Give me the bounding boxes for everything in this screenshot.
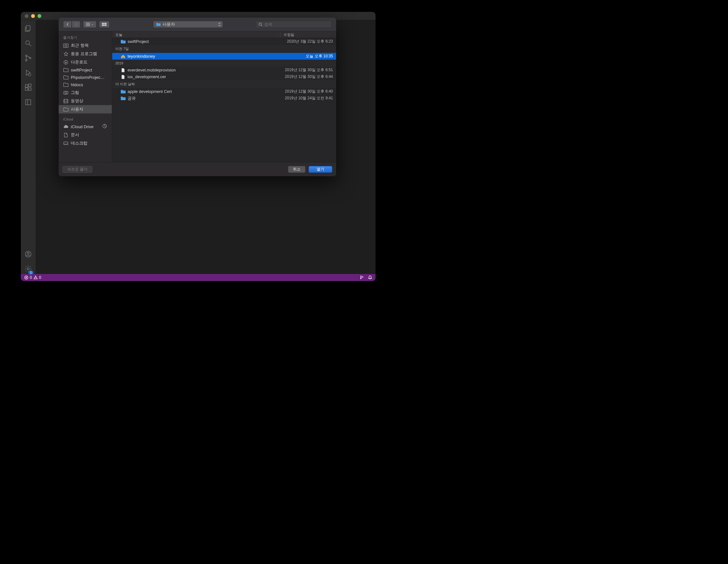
svg-point-19 xyxy=(259,23,261,25)
svg-rect-6 xyxy=(25,85,28,87)
sidebar-item-phpstormprojec-[interactable]: PhpstormProjec… xyxy=(59,74,112,81)
svg-rect-17 xyxy=(102,25,104,26)
file-row[interactable]: apple development Cert2019년 12월 30일 오후 6… xyxy=(112,88,336,95)
list-header: 오늘 수정일 xyxy=(112,31,336,38)
grid-icon xyxy=(102,23,107,26)
sidebar-item--[interactable]: 그림 xyxy=(59,88,112,97)
sidebar-item--[interactable]: 사용자 xyxy=(59,105,112,113)
svg-point-4 xyxy=(29,57,31,59)
svg-point-1 xyxy=(26,41,29,45)
updown-icon xyxy=(218,22,221,26)
file-row[interactable]: ios_development.cer2019년 12월 30일 오후 6:44 xyxy=(112,73,336,80)
new-folder-button[interactable]: 새로운 폴더 xyxy=(62,166,92,173)
file-list: 오늘 수정일 swiftProject2020년 3월 22일 오후 6:23이… xyxy=(112,31,336,162)
svg-point-24 xyxy=(65,92,67,94)
error-icon xyxy=(24,275,29,280)
open-file-dialog: 사용자 즐겨찾기 최근 항목응용 프로그램다운로드swiftProjectPhp… xyxy=(59,18,336,176)
file-modified: 오늘 오후 10:35 xyxy=(280,54,333,59)
svg-point-12 xyxy=(27,252,29,254)
search-icon[interactable] xyxy=(24,39,32,47)
svg-rect-27 xyxy=(64,142,68,144)
file-row[interactable]: teyonkindisney오늘 오후 10:35 xyxy=(112,53,336,60)
file-name: ios_development.cer xyxy=(128,74,280,79)
file-name: 공유 xyxy=(128,95,280,101)
search-input[interactable] xyxy=(264,22,329,27)
sidebar-item--[interactable]: 동영상 xyxy=(59,97,112,105)
zoom-window[interactable] xyxy=(37,14,41,18)
bell-icon[interactable] xyxy=(368,275,372,280)
search-icon xyxy=(259,22,262,26)
file-modified: 2019년 12월 30일 오후 6:44 xyxy=(280,74,333,79)
svg-rect-15 xyxy=(102,23,104,24)
cancel-button[interactable]: 취소 xyxy=(288,166,305,173)
sidebar-item--[interactable]: 데스크탑 xyxy=(59,139,112,147)
sidebar-item-icloud-drive[interactable]: iCloud Drive xyxy=(59,122,112,131)
header-name[interactable]: 오늘 xyxy=(115,32,280,37)
settings-button[interactable]: 1 xyxy=(24,265,32,274)
list-group-header: 더 이전 날짜 xyxy=(112,80,336,88)
nav-forward-button[interactable] xyxy=(72,21,80,28)
warning-icon xyxy=(33,275,38,280)
sidebar-section-icloud: iCloud xyxy=(59,116,112,122)
svg-rect-16 xyxy=(104,23,106,24)
sidebar-item--[interactable]: 응용 프로그램 xyxy=(59,50,112,58)
file-row[interactable]: 공유2019년 10월 24일 오전 9:41 xyxy=(112,95,336,102)
svg-point-13 xyxy=(27,268,29,270)
group-button[interactable] xyxy=(99,21,110,28)
svg-rect-9 xyxy=(29,84,31,87)
explorer-icon[interactable] xyxy=(24,25,32,32)
svg-rect-0 xyxy=(26,26,30,30)
svg-rect-18 xyxy=(104,25,106,26)
dialog-footer: 새로운 폴더 취소 열기 xyxy=(59,162,336,176)
svg-rect-8 xyxy=(29,88,31,90)
view-mode-button[interactable] xyxy=(83,21,96,28)
sidebar-toggle-icon[interactable] xyxy=(24,98,32,106)
path-selector[interactable]: 사용자 xyxy=(153,21,223,28)
nav-back-button[interactable] xyxy=(63,21,72,28)
account-icon[interactable] xyxy=(24,250,32,258)
list-group-header: 2019 xyxy=(112,60,336,67)
debug-icon[interactable] xyxy=(24,69,32,77)
file-modified: 2019년 12월 30일 오후 6:51 xyxy=(280,67,333,73)
sidebar-item--[interactable]: 다운로드 xyxy=(59,58,112,66)
status-bar: 0 0 xyxy=(21,274,376,281)
dialog-toolbar: 사용자 xyxy=(59,18,336,31)
file-modified: 2020년 3월 22일 오후 6:23 xyxy=(280,39,333,44)
file-modified: 2019년 10월 24일 오전 9:41 xyxy=(280,95,333,101)
sidebar-item-swiftproject[interactable]: swiftProject xyxy=(59,66,112,74)
sidebar-item--[interactable]: 최근 항목 xyxy=(59,41,112,50)
extensions-icon[interactable] xyxy=(24,84,32,91)
close-window[interactable] xyxy=(25,14,29,18)
svg-rect-10 xyxy=(26,100,31,105)
svg-point-5 xyxy=(28,73,31,76)
source-control-icon[interactable] xyxy=(24,54,32,62)
file-name: teyonkindisney xyxy=(128,54,280,59)
svg-point-3 xyxy=(26,60,27,61)
minimize-window[interactable] xyxy=(31,14,35,18)
feedback-icon[interactable] xyxy=(360,275,364,280)
open-button[interactable]: 열기 xyxy=(309,166,332,173)
activity-bar: 1 xyxy=(21,20,36,274)
chevron-down-icon xyxy=(91,24,94,25)
file-name: apple development Cert xyxy=(128,89,280,94)
list-group-header: 이전 7일 xyxy=(112,45,336,53)
sidebar-item-htdocs[interactable]: htdocs xyxy=(59,81,112,88)
svg-rect-7 xyxy=(25,88,28,90)
file-name: everdevel.mobileprovision xyxy=(128,68,280,72)
folder-icon xyxy=(156,22,161,26)
file-row[interactable]: swiftProject2020년 3월 22일 오후 6:23 xyxy=(112,38,336,45)
progress-icon xyxy=(102,124,107,129)
sidebar-section-favorites: 즐겨찾기 xyxy=(59,34,112,41)
file-modified: 2019년 12월 30일 오후 6:40 xyxy=(280,89,333,94)
dialog-sidebar: 즐겨찾기 최근 항목응용 프로그램다운로드swiftProjectPhpstor… xyxy=(59,31,112,162)
search-field[interactable] xyxy=(256,21,332,28)
header-modified[interactable]: 수정일 xyxy=(280,32,336,37)
problems[interactable]: 0 0 xyxy=(24,275,41,280)
sidebar-item--[interactable]: 문서 xyxy=(59,131,112,139)
file-name: swiftProject xyxy=(128,39,280,44)
file-row[interactable]: everdevel.mobileprovision2019년 12월 30일 오… xyxy=(112,67,336,73)
